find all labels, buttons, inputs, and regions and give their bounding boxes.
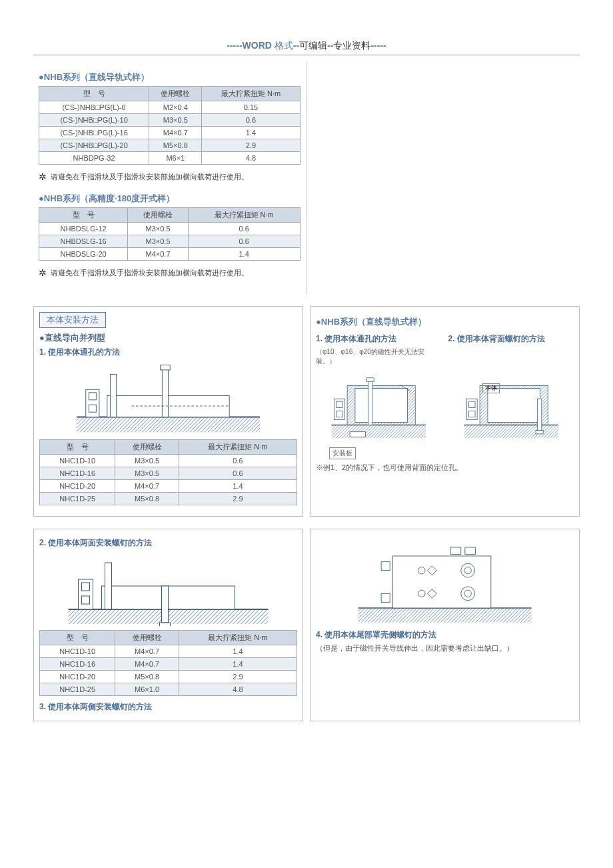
word-label: WORD — [243, 40, 272, 51]
col-torque: 最大拧紧扭矩 N·m — [188, 208, 300, 223]
nhb-right-method1: 1. 使用本体通孔的方法 — [316, 333, 442, 345]
col-bolt: 使用螺栓 — [115, 631, 179, 645]
col-torque: 最大拧紧扭矩 N·m — [179, 440, 297, 455]
col-torque: 最大拧紧扭矩 N·m — [179, 631, 297, 645]
dash-suffix: ----- — [370, 40, 386, 51]
svg-rect-29 — [468, 411, 474, 417]
nhb-right-method2: 2. 使用本体背面螺钉的方法 — [448, 333, 574, 345]
table-row: (CS-)NHB□PG(L)-8M2×0.40.15 — [39, 101, 301, 114]
svg-rect-8 — [161, 365, 171, 370]
col-model: 型 号 — [40, 440, 115, 455]
page-header: -----WORD 格式--可编辑--专业资料----- — [33, 40, 580, 55]
diagram-right3 — [316, 539, 574, 625]
svg-rect-4 — [89, 405, 96, 412]
linear-parallel-title: ●直线导向并列型 — [39, 332, 297, 344]
gear-icon: ✲ — [39, 267, 47, 278]
method2-table: 型 号 使用螺栓 最大拧紧扭矩 N·m NHC1D-10M4×0.71.4 NH… — [39, 630, 297, 696]
svg-rect-50 — [381, 562, 390, 571]
svg-rect-33 — [82, 583, 90, 591]
table-row: NHBDPG-32M6×14.8 — [39, 152, 301, 165]
svg-point-42 — [418, 567, 425, 573]
svg-rect-0 — [77, 417, 260, 433]
example-note: ※例1、2的情况下，也可使用背面的定位孔。 — [316, 463, 574, 473]
svg-rect-13 — [355, 389, 408, 423]
method4-title: 4. 使用本体尾部罩壳侧螺钉的方法 — [316, 629, 574, 641]
table-row: NHBDSLG-12M3×0.50.6 — [39, 223, 301, 235]
svg-rect-15 — [366, 378, 374, 382]
svg-rect-41 — [393, 556, 491, 608]
svg-rect-34 — [82, 596, 90, 604]
svg-point-45 — [464, 567, 471, 573]
method3-title: 3. 使用本体两侧安装螺钉的方法 — [39, 701, 297, 713]
svg-rect-25 — [537, 399, 541, 430]
diagram-right2 — [448, 370, 574, 443]
svg-rect-18 — [336, 411, 342, 417]
diagram-method1 — [39, 362, 297, 435]
svg-rect-6 — [110, 374, 116, 417]
table-row: NHC1D-16M4×0.71.4 — [40, 658, 297, 671]
nhb-right-smallnote: （φ10、φ16、φ20的磁性开关无法安装。） — [316, 347, 442, 366]
table-row: NHC1D-25M6×1.04.8 — [40, 683, 297, 696]
table-row: NHBDSLG-16M3×0.50.6 — [39, 235, 301, 248]
svg-rect-39 — [358, 608, 532, 623]
svg-rect-3 — [89, 393, 96, 400]
table-row: (CS-)NHB□PG(L)-10M3×0.50.6 — [39, 114, 301, 127]
nhb-right-title: ●NHB系列（直线导轨式样） — [316, 316, 574, 328]
table-row: NHC1D-20M5×0.82.9 — [40, 671, 297, 683]
svg-rect-24 — [487, 389, 540, 423]
svg-point-43 — [418, 590, 425, 597]
svg-rect-14 — [368, 381, 372, 425]
editable-label: 可编辑 — [299, 40, 327, 51]
table-row: NHC1D-10M4×0.71.4 — [40, 645, 297, 658]
svg-rect-21 — [464, 425, 558, 439]
svg-rect-7 — [162, 368, 168, 417]
nhb-high-table: 型 号 使用螺栓 最大拧紧扭矩 N·m NHBDSLG-12M3×0.50.6 … — [39, 207, 301, 261]
table-row: NHBDSLG-20M4×0.71.4 — [39, 248, 301, 261]
col-bolt: 使用螺栓 — [128, 208, 188, 223]
svg-rect-48 — [450, 547, 461, 554]
diagram-method2 — [39, 553, 297, 626]
table-row: NHC1D-10M3×0.50.6 — [40, 455, 297, 467]
col-bolt: 使用螺栓 — [115, 440, 179, 455]
svg-rect-38 — [160, 623, 171, 626]
col-bolt: 使用螺栓 — [149, 87, 202, 101]
svg-rect-10 — [332, 425, 426, 439]
col-torque: 最大拧紧扭矩 N·m — [202, 87, 300, 101]
svg-point-47 — [464, 590, 471, 597]
format-label: 格式 — [272, 40, 293, 51]
gear-icon: ✲ — [39, 171, 47, 182]
table-row: NHC1D-16M3×0.50.6 — [40, 467, 297, 480]
table-row: NHC1D-20M4×0.71.4 — [40, 480, 297, 493]
professional-label: 专业资料 — [333, 40, 370, 51]
nhb-linear-note: ✲ 请避免在手指滑块及手指滑块安装部施加横向载荷进行使用。 — [39, 171, 301, 182]
col-model: 型 号 — [40, 631, 115, 645]
table-row: (CS-)NHB□PG(L)-16M4×0.71.4 — [39, 127, 301, 139]
diagram-right1: 安装板 — [316, 370, 442, 443]
nhb-linear-table: 型 号 使用螺栓 最大拧紧扭矩 N·m (CS-)NHB□PG(L)-8M2×0… — [39, 86, 301, 165]
svg-rect-28 — [468, 401, 474, 407]
svg-rect-37 — [162, 586, 169, 623]
method1-title: 1. 使用本体通孔的方法 — [39, 347, 297, 358]
linear-parallel-table: 型 号 使用螺栓 最大拧紧扭矩 N·m NHC1D-10M3×0.50.6 NH… — [39, 439, 297, 505]
svg-rect-36 — [105, 563, 112, 609]
col-model: 型 号 — [39, 208, 128, 223]
col-model: 型 号 — [39, 87, 149, 101]
table-row: (CS-)NHB□PG(L)-20M5×0.82.9 — [39, 139, 301, 152]
nhb-high-title: ●NHB系列（高精度·180度开式样） — [39, 193, 301, 205]
svg-rect-26 — [536, 430, 543, 434]
plate-label: 安装板 — [329, 447, 356, 459]
svg-rect-17 — [336, 401, 342, 407]
svg-rect-51 — [381, 593, 390, 602]
method2-title: 2. 使用本体两面安装螺钉的方法 — [39, 537, 297, 549]
svg-rect-20 — [350, 432, 366, 437]
svg-rect-49 — [465, 547, 476, 554]
table-row: NHC1D-25M5×0.82.9 — [40, 493, 297, 505]
body-label: 本体 — [482, 383, 500, 393]
nhb-high-note: ✲ 请避免在手指滑块及手指滑块安装部施加横向载荷进行使用。 — [39, 267, 301, 278]
sep1: -- — [293, 40, 299, 51]
dash-prefix: ----- — [227, 40, 242, 51]
nhb-linear-title: ●NHB系列（直线导轨式样） — [39, 71, 301, 83]
install-box-title: 本体安装方法 — [39, 312, 106, 328]
method4-note: （但是，由于磁性开关导线伸出，因此需要考虑让出缺口。） — [316, 643, 574, 653]
